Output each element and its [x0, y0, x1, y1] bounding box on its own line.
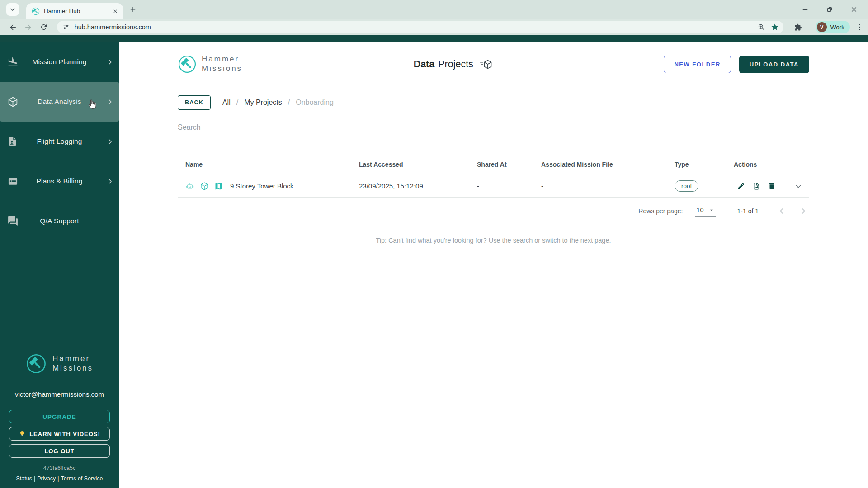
toolbar-divider — [810, 23, 810, 31]
forward-button[interactable] — [22, 20, 35, 34]
breadcrumb: BACK All / My Projects / Onboarding — [178, 95, 809, 110]
tab-close-icon[interactable] — [112, 8, 118, 14]
billing-card-icon — [7, 176, 19, 187]
brand-logo: Hammer Missions — [9, 353, 110, 374]
column-name: Name — [178, 161, 359, 168]
export-file-icon[interactable] — [752, 182, 760, 190]
learn-with-videos-button[interactable]: LEARN WITH VIDEOS! — [9, 427, 110, 441]
back-button[interactable] — [6, 20, 20, 34]
cube-icon — [200, 182, 209, 191]
title-regular: Projects — [438, 59, 473, 70]
app-top-strip — [0, 35, 868, 42]
link-separator: | — [34, 475, 35, 482]
learn-label: LEARN WITH VIDEOS! — [29, 431, 100, 437]
column-actions: Actions — [734, 161, 809, 168]
zoom-icon[interactable] — [757, 23, 765, 31]
table-row[interactable]: 9 Storey Tower Block 23/09/2025, 15:12:0… — [178, 174, 809, 198]
address-bar[interactable]: hub.hammermissions.com — [57, 21, 783, 33]
flight-land-icon — [7, 56, 19, 68]
browser-tab[interactable]: Hammer Hub — [26, 3, 123, 19]
rows-per-page-value: 10 — [696, 206, 703, 214]
rows-per-page-label: Rows per page: — [638, 207, 683, 215]
profile-chip[interactable]: V Work — [816, 21, 850, 33]
breadcrumb-separator: / — [236, 99, 238, 107]
shared-at-value: - — [477, 182, 541, 190]
sidebar: Mission Planning Data Analysis Flight Lo… — [0, 42, 119, 488]
tab-strip: Hammer Hub — [0, 0, 868, 19]
pagination-range: 1-1 of 1 — [737, 207, 759, 215]
browser-toolbar: hub.hammermissions.com V Work — [0, 19, 868, 35]
chevron-right-icon — [107, 99, 113, 105]
type-badge: roof — [675, 180, 698, 192]
breadcrumb-my-projects[interactable]: My Projects — [244, 99, 282, 107]
sidebar-item-flight-logging[interactable]: Flight Logging — [0, 122, 119, 161]
rows-per-page-select[interactable]: 10 — [695, 206, 715, 217]
project-name[interactable]: 9 Storey Tower Block — [230, 182, 294, 190]
sidebar-item-qa-support[interactable]: Q/A Support — [0, 201, 119, 241]
status-link[interactable]: Status — [16, 475, 32, 482]
build-id: 473fa6ffca5c — [9, 465, 110, 471]
previous-page-button[interactable] — [778, 207, 786, 215]
tab-search-button[interactable] — [6, 3, 19, 16]
tab-title: Hammer Hub — [44, 8, 112, 14]
sidebar-item-data-analysis[interactable]: Data Analysis — [0, 82, 119, 122]
breadcrumb-separator: / — [288, 99, 290, 107]
window-restore-button[interactable] — [823, 3, 836, 16]
window-minimize-button[interactable] — [798, 3, 812, 16]
profile-label: Work — [830, 24, 844, 31]
robot-icon — [185, 182, 194, 191]
breadcrumb-onboarding: Onboarding — [296, 99, 334, 107]
lightbulb-icon — [19, 430, 26, 437]
browser-menu-icon[interactable] — [855, 23, 863, 31]
sidebar-item-mission-planning[interactable]: Mission Planning — [0, 42, 119, 82]
upload-data-button[interactable]: UPLOAD DATA — [739, 56, 809, 73]
cube-icon — [7, 96, 19, 108]
bookmark-star-icon[interactable] — [771, 23, 779, 31]
associated-mission-file-value: - — [541, 182, 675, 190]
breadcrumb-all[interactable]: All — [222, 99, 231, 107]
caret-down-icon — [708, 207, 715, 213]
sidebar-nav: Mission Planning Data Analysis Flight Lo… — [0, 42, 119, 241]
next-page-button[interactable] — [799, 207, 807, 215]
sidebar-item-plans-billing[interactable]: Plans & Billing — [0, 161, 119, 201]
chat-icon — [7, 216, 19, 227]
main-content: Hammer Missions Data Projects NEW FOLDER… — [119, 42, 868, 488]
brand-line2: Missions — [52, 364, 93, 373]
search-input[interactable] — [178, 120, 809, 136]
logout-button[interactable]: LOG OUT — [9, 444, 110, 458]
site-settings-icon[interactable] — [62, 23, 70, 31]
expand-row-chevron-icon[interactable] — [794, 182, 803, 191]
brand-line1: Hammer — [202, 55, 242, 64]
table-header: Name Last Accessed Shared At Associated … — [178, 155, 809, 174]
extensions-icon[interactable] — [792, 20, 805, 34]
title-bold: Data — [414, 59, 435, 70]
page-header: Hammer Missions Data Projects NEW FOLDER… — [178, 50, 809, 78]
header-brand: Hammer Missions — [178, 55, 242, 74]
new-tab-button[interactable] — [129, 6, 137, 13]
privacy-link[interactable]: Privacy — [37, 475, 56, 482]
window-controls — [798, 0, 868, 19]
back-button[interactable]: BACK — [178, 95, 211, 110]
browser-chrome: Hammer Hub hub.hammermissions.com V Work — [0, 0, 868, 35]
page-title: Data Projects — [414, 59, 493, 70]
url-text: hub.hammermissions.com — [75, 23, 752, 31]
column-associated-mission-file: Associated Mission File — [541, 161, 675, 168]
chevron-down-icon — [9, 6, 16, 13]
upgrade-button[interactable]: UPGRADE — [9, 410, 110, 423]
new-folder-button[interactable]: NEW FOLDER — [664, 56, 731, 73]
pagination: Rows per page: 10 1-1 of 1 — [178, 198, 809, 224]
avatar: V — [817, 22, 827, 32]
brand-line1: Hammer — [52, 354, 93, 364]
reload-button[interactable] — [37, 20, 51, 34]
chevron-right-icon — [107, 178, 113, 185]
terms-link[interactable]: Terms of Service — [61, 475, 103, 482]
site-favicon — [32, 7, 40, 15]
tip-text: Tip: Can't find what you're looking for?… — [178, 237, 809, 244]
flight-log-document-icon — [7, 136, 18, 147]
hammer-logo-icon — [26, 353, 47, 374]
window-close-button[interactable] — [847, 3, 861, 16]
map-icon — [214, 182, 223, 191]
edit-icon[interactable] — [737, 182, 745, 190]
delete-icon[interactable] — [768, 182, 776, 190]
hammer-logo-icon — [178, 55, 197, 74]
